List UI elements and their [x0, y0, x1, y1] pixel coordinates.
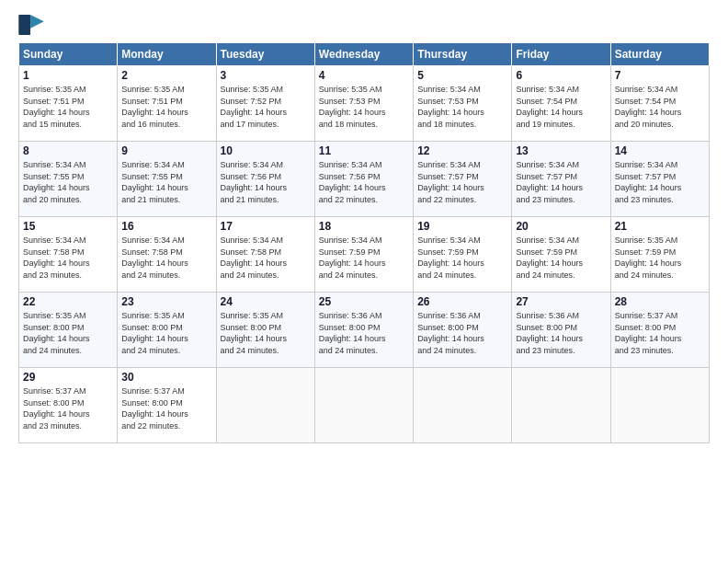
- day-number: 13: [516, 144, 606, 157]
- day-number: 23: [121, 295, 211, 308]
- day-number: 28: [615, 295, 705, 308]
- day-number: 8: [23, 144, 113, 157]
- day-info: Sunrise: 5:35 AM Sunset: 7:53 PM Dayligh…: [319, 84, 409, 130]
- day-info: Sunrise: 5:37 AM Sunset: 8:00 PM Dayligh…: [23, 385, 113, 431]
- svg-marker-1: [30, 15, 44, 29]
- day-info: Sunrise: 5:34 AM Sunset: 7:58 PM Dayligh…: [23, 235, 113, 281]
- day-number: 6: [516, 69, 606, 82]
- header-row: SundayMondayTuesdayWednesdayThursdayFrid…: [19, 43, 710, 66]
- calendar-header: SundayMondayTuesdayWednesdayThursdayFrid…: [19, 43, 710, 66]
- calendar-week-1: 1Sunrise: 5:35 AM Sunset: 7:51 PM Daylig…: [19, 66, 710, 142]
- calendar-cell: [414, 368, 512, 443]
- calendar-cell: 6Sunrise: 5:34 AM Sunset: 7:54 PM Daylig…: [512, 66, 610, 142]
- day-info: Sunrise: 5:34 AM Sunset: 7:57 PM Dayligh…: [516, 159, 606, 205]
- day-header-tuesday: Tuesday: [216, 43, 314, 66]
- calendar-cell: 2Sunrise: 5:35 AM Sunset: 7:51 PM Daylig…: [118, 66, 216, 142]
- day-number: 22: [23, 295, 113, 308]
- day-info: Sunrise: 5:34 AM Sunset: 7:56 PM Dayligh…: [319, 159, 409, 205]
- day-info: Sunrise: 5:37 AM Sunset: 8:00 PM Dayligh…: [121, 385, 211, 431]
- day-header-monday: Monday: [118, 43, 216, 66]
- calendar-cell: [512, 368, 610, 443]
- logo: [18, 15, 46, 35]
- calendar-cell: [314, 368, 413, 443]
- day-number: 20: [516, 220, 606, 233]
- day-number: 2: [121, 69, 211, 82]
- day-info: Sunrise: 5:36 AM Sunset: 8:00 PM Dayligh…: [417, 310, 507, 356]
- calendar-week-2: 8Sunrise: 5:34 AM Sunset: 7:55 PM Daylig…: [19, 142, 710, 217]
- calendar: SundayMondayTuesdayWednesdayThursdayFrid…: [18, 42, 710, 443]
- day-number: 11: [319, 144, 409, 157]
- day-number: 9: [121, 144, 211, 157]
- day-number: 30: [121, 371, 211, 384]
- day-header-wednesday: Wednesday: [314, 43, 413, 66]
- day-number: 3: [221, 69, 311, 82]
- day-info: Sunrise: 5:35 AM Sunset: 7:51 PM Dayligh…: [23, 84, 113, 130]
- header: [18, 15, 710, 35]
- calendar-cell: 21Sunrise: 5:35 AM Sunset: 7:59 PM Dayli…: [610, 217, 709, 293]
- calendar-cell: 22Sunrise: 5:35 AM Sunset: 8:00 PM Dayli…: [19, 293, 118, 368]
- calendar-cell: 7Sunrise: 5:34 AM Sunset: 7:54 PM Daylig…: [610, 66, 709, 142]
- calendar-cell: 13Sunrise: 5:34 AM Sunset: 7:57 PM Dayli…: [512, 142, 610, 217]
- day-info: Sunrise: 5:34 AM Sunset: 7:56 PM Dayligh…: [221, 159, 311, 205]
- day-info: Sunrise: 5:34 AM Sunset: 7:54 PM Dayligh…: [516, 84, 606, 130]
- calendar-cell: 30Sunrise: 5:37 AM Sunset: 8:00 PM Dayli…: [118, 368, 216, 443]
- day-number: 14: [615, 144, 705, 157]
- day-info: Sunrise: 5:37 AM Sunset: 8:00 PM Dayligh…: [615, 310, 705, 356]
- calendar-cell: 8Sunrise: 5:34 AM Sunset: 7:55 PM Daylig…: [19, 142, 118, 217]
- day-number: 19: [417, 220, 507, 233]
- day-info: Sunrise: 5:34 AM Sunset: 7:58 PM Dayligh…: [121, 235, 211, 281]
- logo-icon: [18, 15, 44, 35]
- day-info: Sunrise: 5:35 AM Sunset: 8:00 PM Dayligh…: [221, 310, 311, 356]
- day-header-thursday: Thursday: [414, 43, 512, 66]
- calendar-cell: 20Sunrise: 5:34 AM Sunset: 7:59 PM Dayli…: [512, 217, 610, 293]
- svg-rect-0: [18, 15, 30, 35]
- day-number: 1: [23, 69, 113, 82]
- calendar-week-4: 22Sunrise: 5:35 AM Sunset: 8:00 PM Dayli…: [19, 293, 710, 368]
- day-number: 26: [417, 295, 507, 308]
- day-number: 18: [319, 220, 409, 233]
- day-number: 17: [221, 220, 311, 233]
- day-info: Sunrise: 5:34 AM Sunset: 7:57 PM Dayligh…: [417, 159, 507, 205]
- calendar-cell: 12Sunrise: 5:34 AM Sunset: 7:57 PM Dayli…: [414, 142, 512, 217]
- day-header-friday: Friday: [512, 43, 610, 66]
- calendar-cell: 14Sunrise: 5:34 AM Sunset: 7:57 PM Dayli…: [610, 142, 709, 217]
- day-info: Sunrise: 5:34 AM Sunset: 7:58 PM Dayligh…: [221, 235, 311, 281]
- calendar-cell: 9Sunrise: 5:34 AM Sunset: 7:55 PM Daylig…: [118, 142, 216, 217]
- calendar-cell: [216, 368, 314, 443]
- calendar-body: 1Sunrise: 5:35 AM Sunset: 7:51 PM Daylig…: [19, 66, 710, 443]
- calendar-cell: 15Sunrise: 5:34 AM Sunset: 7:58 PM Dayli…: [19, 217, 118, 293]
- day-header-saturday: Saturday: [610, 43, 709, 66]
- day-info: Sunrise: 5:34 AM Sunset: 7:55 PM Dayligh…: [121, 159, 211, 205]
- calendar-cell: 18Sunrise: 5:34 AM Sunset: 7:59 PM Dayli…: [314, 217, 413, 293]
- calendar-cell: 11Sunrise: 5:34 AM Sunset: 7:56 PM Dayli…: [314, 142, 413, 217]
- calendar-cell: 19Sunrise: 5:34 AM Sunset: 7:59 PM Dayli…: [414, 217, 512, 293]
- day-info: Sunrise: 5:34 AM Sunset: 7:59 PM Dayligh…: [417, 235, 507, 281]
- calendar-cell: 16Sunrise: 5:34 AM Sunset: 7:58 PM Dayli…: [118, 217, 216, 293]
- calendar-cell: 25Sunrise: 5:36 AM Sunset: 8:00 PM Dayli…: [314, 293, 413, 368]
- day-info: Sunrise: 5:35 AM Sunset: 7:59 PM Dayligh…: [615, 235, 705, 281]
- day-number: 29: [23, 371, 113, 384]
- calendar-cell: 28Sunrise: 5:37 AM Sunset: 8:00 PM Dayli…: [610, 293, 709, 368]
- day-number: 4: [319, 69, 409, 82]
- calendar-cell: 24Sunrise: 5:35 AM Sunset: 8:00 PM Dayli…: [216, 293, 314, 368]
- day-info: Sunrise: 5:35 AM Sunset: 8:00 PM Dayligh…: [23, 310, 113, 356]
- calendar-cell: 10Sunrise: 5:34 AM Sunset: 7:56 PM Dayli…: [216, 142, 314, 217]
- day-number: 10: [221, 144, 311, 157]
- day-number: 24: [221, 295, 311, 308]
- day-info: Sunrise: 5:34 AM Sunset: 7:55 PM Dayligh…: [23, 159, 113, 205]
- calendar-week-5: 29Sunrise: 5:37 AM Sunset: 8:00 PM Dayli…: [19, 368, 710, 443]
- day-header-sunday: Sunday: [19, 43, 118, 66]
- calendar-cell: 26Sunrise: 5:36 AM Sunset: 8:00 PM Dayli…: [414, 293, 512, 368]
- day-number: 25: [319, 295, 409, 308]
- calendar-cell: 23Sunrise: 5:35 AM Sunset: 8:00 PM Dayli…: [118, 293, 216, 368]
- calendar-cell: 29Sunrise: 5:37 AM Sunset: 8:00 PM Dayli…: [19, 368, 118, 443]
- calendar-cell: 5Sunrise: 5:34 AM Sunset: 7:53 PM Daylig…: [414, 66, 512, 142]
- calendar-cell: 3Sunrise: 5:35 AM Sunset: 7:52 PM Daylig…: [216, 66, 314, 142]
- day-info: Sunrise: 5:34 AM Sunset: 7:53 PM Dayligh…: [417, 84, 507, 130]
- day-info: Sunrise: 5:34 AM Sunset: 7:54 PM Dayligh…: [615, 84, 705, 130]
- day-number: 5: [417, 69, 507, 82]
- calendar-cell: 17Sunrise: 5:34 AM Sunset: 7:58 PM Dayli…: [216, 217, 314, 293]
- page: SundayMondayTuesdayWednesdayThursdayFrid…: [0, 0, 728, 563]
- day-number: 15: [23, 220, 113, 233]
- day-number: 27: [516, 295, 606, 308]
